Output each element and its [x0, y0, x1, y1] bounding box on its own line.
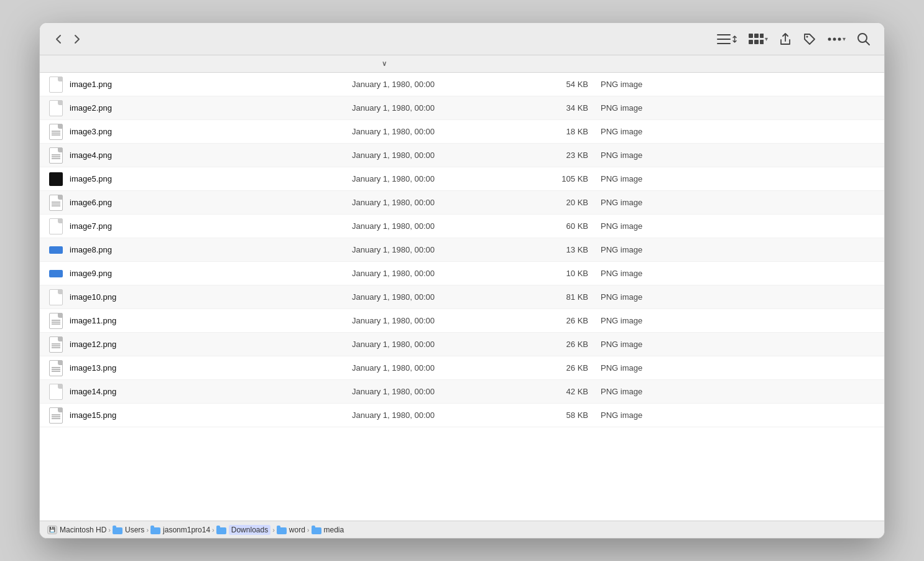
- file-icon-container: [47, 147, 65, 164]
- file-date: January 1, 1980, 00:00: [352, 151, 520, 160]
- file-icon: [49, 360, 63, 376]
- file-name: image1.png: [70, 80, 352, 89]
- table-row[interactable]: image7.png January 1, 1980, 00:00 60 KB …: [40, 215, 884, 238]
- file-kind: PNG image: [601, 340, 642, 349]
- table-row[interactable]: image10.png January 1, 1980, 00:00 81 KB…: [40, 285, 884, 309]
- svg-rect-22: [277, 526, 280, 529]
- file-name: image5.png: [70, 174, 352, 183]
- file-kind: PNG image: [601, 387, 642, 396]
- breadcrumb-item[interactable]: jasonm1pro14: [150, 525, 210, 535]
- folder-icon: [150, 526, 160, 534]
- file-icon: [49, 289, 63, 305]
- file-icon: [49, 172, 63, 186]
- table-row[interactable]: image9.png January 1, 1980, 00:00 10 KB …: [40, 262, 884, 285]
- file-kind: PNG image: [601, 363, 642, 373]
- toolbar: ▾: [40, 23, 884, 55]
- table-row[interactable]: image5.png January 1, 1980, 00:00 105 KB…: [40, 167, 884, 191]
- svg-rect-5: [760, 34, 764, 38]
- file-size: 54 KB: [520, 80, 601, 89]
- file-icon: [49, 270, 63, 277]
- toolbar-actions: ▾: [713, 30, 874, 49]
- table-row[interactable]: image1.png January 1, 1980, 00:00 54 KB …: [40, 73, 884, 96]
- breadcrumb-label: Users: [125, 526, 144, 534]
- forward-button[interactable]: [68, 30, 86, 48]
- breadcrumb-item[interactable]: 💾Macintosh HD: [47, 525, 106, 535]
- file-icon: [49, 407, 63, 424]
- file-icon-container: [47, 218, 65, 235]
- list-view-button[interactable]: [713, 31, 741, 47]
- more-chevron-icon: ▾: [843, 35, 846, 42]
- breadcrumb-separator: ›: [272, 526, 275, 534]
- file-kind: PNG image: [601, 103, 642, 113]
- file-size: 26 KB: [520, 363, 601, 373]
- file-icon: [49, 246, 63, 254]
- svg-rect-6: [749, 40, 753, 44]
- table-row[interactable]: image3.png January 1, 1980, 00:00 18 KB …: [40, 120, 884, 144]
- svg-rect-4: [754, 34, 759, 38]
- file-kind: PNG image: [601, 245, 642, 254]
- search-button[interactable]: [853, 30, 874, 49]
- finder-window: ▾: [39, 22, 885, 539]
- column-headers: ∨: [40, 55, 884, 73]
- more-button[interactable]: ▾: [824, 33, 849, 45]
- file-name: image12.png: [70, 340, 352, 349]
- table-row[interactable]: image12.png January 1, 1980, 00:00 26 KB…: [40, 333, 884, 356]
- breadcrumb-item[interactable]: Downloads: [216, 525, 270, 535]
- svg-rect-0: [717, 34, 731, 35]
- file-icon-container: [47, 241, 65, 259]
- file-name: image10.png: [70, 292, 352, 302]
- file-size: 18 KB: [520, 127, 601, 136]
- file-date: January 1, 1980, 00:00: [352, 316, 520, 325]
- file-icon-container: [47, 123, 65, 141]
- breadcrumb-item[interactable]: word: [277, 525, 305, 535]
- file-size: 23 KB: [520, 151, 601, 160]
- file-date: January 1, 1980, 00:00: [352, 340, 520, 349]
- breadcrumb-item[interactable]: Users: [113, 525, 144, 535]
- breadcrumb-label: jasonm1pro14: [163, 526, 210, 534]
- svg-point-10: [828, 37, 831, 40]
- back-button[interactable]: [50, 30, 67, 48]
- file-icon-container: [47, 194, 65, 211]
- table-row[interactable]: image4.png January 1, 1980, 00:00 23 KB …: [40, 144, 884, 167]
- svg-rect-7: [754, 40, 759, 44]
- file-size: 26 KB: [520, 316, 601, 325]
- table-row[interactable]: image6.png January 1, 1980, 00:00 20 KB …: [40, 191, 884, 215]
- file-icon: [49, 384, 63, 400]
- file-size: 13 KB: [520, 245, 601, 254]
- svg-point-9: [806, 35, 808, 37]
- table-row[interactable]: image11.png January 1, 1980, 00:00 26 KB…: [40, 309, 884, 333]
- folder-icon: [312, 526, 321, 534]
- table-row[interactable]: image8.png January 1, 1980, 00:00 13 KB …: [40, 238, 884, 262]
- file-kind: PNG image: [601, 80, 642, 89]
- breadcrumb-item[interactable]: media: [312, 525, 344, 535]
- file-kind: PNG image: [601, 151, 642, 160]
- breadcrumb-separator: ›: [108, 526, 111, 534]
- file-icon: [49, 218, 63, 234]
- date-column-header[interactable]: ∨: [379, 60, 547, 68]
- table-row[interactable]: image15.png January 1, 1980, 00:00 58 KB…: [40, 404, 884, 427]
- file-date: January 1, 1980, 00:00: [352, 221, 520, 231]
- file-kind: PNG image: [601, 221, 642, 231]
- file-icon-container: [47, 100, 65, 117]
- table-row[interactable]: image14.png January 1, 1980, 00:00 42 KB…: [40, 380, 884, 404]
- gallery-view-button[interactable]: ▾: [745, 31, 772, 47]
- file-date: January 1, 1980, 00:00: [352, 80, 520, 89]
- file-date: January 1, 1980, 00:00: [352, 410, 520, 420]
- file-kind: PNG image: [601, 292, 642, 302]
- breadcrumb-label: media: [324, 526, 344, 534]
- tag-button[interactable]: [799, 30, 820, 49]
- svg-line-14: [866, 41, 870, 45]
- file-size: 42 KB: [520, 387, 601, 396]
- file-name: image13.png: [70, 363, 352, 373]
- table-row[interactable]: image2.png January 1, 1980, 00:00 34 KB …: [40, 96, 884, 120]
- file-name: image14.png: [70, 387, 352, 396]
- breadcrumb-label: Downloads: [229, 525, 270, 535]
- table-row[interactable]: image13.png January 1, 1980, 00:00 26 KB…: [40, 356, 884, 380]
- breadcrumb-separator: ›: [212, 526, 215, 534]
- file-date: January 1, 1980, 00:00: [352, 269, 520, 278]
- file-name: image2.png: [70, 103, 352, 113]
- share-button[interactable]: [775, 30, 795, 49]
- gallery-chevron-icon: ▾: [765, 35, 768, 42]
- breadcrumb-label: word: [289, 526, 305, 534]
- svg-rect-2: [717, 43, 731, 44]
